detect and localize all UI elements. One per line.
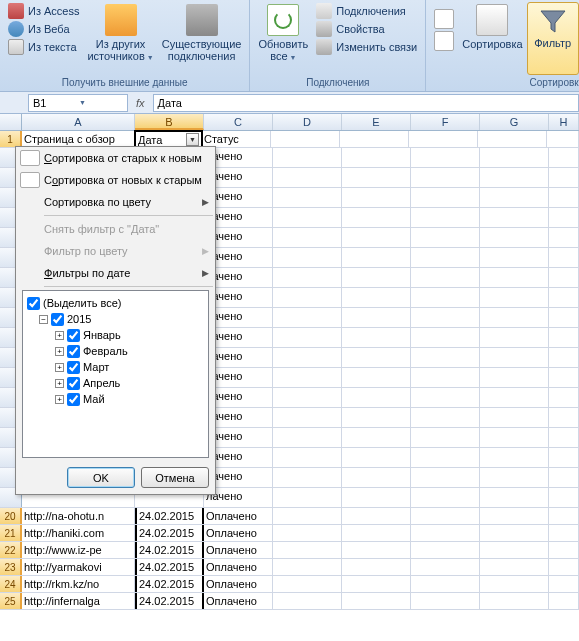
- sort-desc-button[interactable]: [430, 30, 458, 52]
- date-filters[interactable]: Фильтры по дате▶: [16, 262, 215, 284]
- cell[interactable]: Статус: [202, 131, 271, 147]
- cancel-button[interactable]: Отмена: [141, 467, 209, 488]
- formula-input[interactable]: Дата: [153, 94, 579, 112]
- cell[interactable]: http://yarmakovi: [22, 559, 135, 575]
- cell[interactable]: 24.02.2015: [135, 525, 204, 541]
- row-header[interactable]: 23: [0, 559, 22, 575]
- expand-icon[interactable]: +: [55, 395, 64, 404]
- month-checkbox[interactable]: [67, 361, 80, 374]
- ribbon-group-label: Подключения: [254, 75, 421, 91]
- filter-values-tree[interactable]: (Выделить все) −2015 +Январь+Февраль+Мар…: [22, 290, 209, 458]
- properties-button[interactable]: Свойства: [312, 20, 421, 38]
- col-header-F[interactable]: F: [411, 114, 480, 130]
- cell[interactable]: Оплачено: [204, 559, 273, 575]
- col-header-H[interactable]: H: [549, 114, 579, 130]
- month-checkbox[interactable]: [67, 393, 80, 406]
- cell[interactable]: Оплачено: [204, 542, 273, 558]
- name-box[interactable]: B1▼: [28, 94, 128, 112]
- cell[interactable]: Оплачено: [204, 576, 273, 592]
- sort-oldest-newest[interactable]: Сортировка от старых к новым: [16, 147, 215, 169]
- select-all-checkbox[interactable]: [27, 297, 40, 310]
- cell[interactable]: http://na-ohotu.n: [22, 508, 135, 524]
- select-all-corner[interactable]: [0, 114, 22, 130]
- cell[interactable]: Оплачено: [204, 508, 273, 524]
- ok-button[interactable]: OK: [67, 467, 135, 488]
- column-headers: A B C D E F G H: [0, 114, 579, 131]
- cell[interactable]: Страница с обзор: [22, 131, 135, 147]
- sort-asc-icon: [20, 150, 40, 166]
- year-checkbox[interactable]: [51, 313, 64, 326]
- row-header[interactable]: 22: [0, 542, 22, 558]
- autofilter-dropdown: Сортировка от старых к новым Сортировка …: [15, 146, 216, 495]
- month-checkbox[interactable]: [67, 329, 80, 342]
- sort-desc-icon: [20, 172, 40, 188]
- cell[interactable]: 24.02.2015: [135, 542, 204, 558]
- row-header[interactable]: 21: [0, 525, 22, 541]
- row-header[interactable]: 20: [0, 508, 22, 524]
- sort-newest-oldest[interactable]: Сортировка от новых к старым: [16, 169, 215, 191]
- cell[interactable]: Оплачено: [204, 525, 273, 541]
- col-header-A[interactable]: A: [22, 114, 135, 130]
- cell[interactable]: 24.02.2015: [135, 559, 204, 575]
- col-header-E[interactable]: E: [342, 114, 411, 130]
- sort-asc-button[interactable]: [430, 8, 458, 30]
- col-header-D[interactable]: D: [273, 114, 342, 130]
- cell[interactable]: http://www.iz-pe: [22, 542, 135, 558]
- connections-button[interactable]: Подключения: [312, 2, 421, 20]
- row-header[interactable]: 1: [0, 131, 22, 147]
- existing-connections-button[interactable]: Существующиеподключения: [158, 2, 246, 75]
- cell[interactable]: http://rkm.kz/no: [22, 576, 135, 592]
- expand-icon[interactable]: +: [55, 363, 64, 372]
- row-header[interactable]: 25: [0, 593, 22, 609]
- from-other-sources-button[interactable]: Из другихисточников▼: [83, 2, 157, 75]
- spreadsheet-grid: A B C D E F G H 1 Страница с обзор Дата▼…: [0, 114, 579, 610]
- cell[interactable]: http://haniki.com: [22, 525, 135, 541]
- cell[interactable]: 24.02.2015: [135, 593, 204, 609]
- refresh-all-button[interactable]: Обновитьвсе▼: [254, 2, 312, 75]
- cell[interactable]: 24.02.2015: [135, 508, 204, 524]
- from-text-button[interactable]: Из текста: [4, 38, 83, 56]
- row-header[interactable]: 24: [0, 576, 22, 592]
- filter-button[interactable]: Фильтр: [527, 2, 579, 75]
- filter-dropdown-icon[interactable]: ▼: [186, 133, 199, 146]
- ribbon-group-label: Получить внешние данные: [4, 75, 245, 91]
- sort-by-color[interactable]: Сортировка по цвету▶: [16, 191, 215, 213]
- expand-icon[interactable]: +: [55, 347, 64, 356]
- edit-links-button[interactable]: Изменить связи: [312, 38, 421, 56]
- fx-icon[interactable]: fx: [128, 97, 153, 109]
- formula-bar: B1▼ fx Дата: [0, 92, 579, 114]
- cell[interactable]: http://infernalga: [22, 593, 135, 609]
- cell[interactable]: Оплачено: [204, 593, 273, 609]
- collapse-icon[interactable]: −: [39, 315, 48, 324]
- ribbon-group-label: Сортировк: [430, 75, 578, 91]
- col-header-G[interactable]: G: [480, 114, 549, 130]
- expand-icon[interactable]: +: [55, 379, 64, 388]
- cell[interactable]: 24.02.2015: [135, 576, 204, 592]
- clear-filter: Снять фильтр с "Дата": [16, 218, 215, 240]
- col-header-B[interactable]: B: [135, 114, 204, 130]
- from-access-button[interactable]: Из Access: [4, 2, 83, 20]
- ribbon: Из Access Из Веба Из текста Из другихист…: [0, 0, 579, 92]
- from-web-button[interactable]: Из Веба: [4, 20, 83, 38]
- funnel-icon: [537, 5, 569, 37]
- expand-icon[interactable]: +: [55, 331, 64, 340]
- month-checkbox[interactable]: [67, 377, 80, 390]
- filter-by-color: Фильтр по цвету▶: [16, 240, 215, 262]
- col-header-C[interactable]: C: [204, 114, 273, 130]
- sort-button[interactable]: Сортировка: [458, 2, 526, 75]
- month-checkbox[interactable]: [67, 345, 80, 358]
